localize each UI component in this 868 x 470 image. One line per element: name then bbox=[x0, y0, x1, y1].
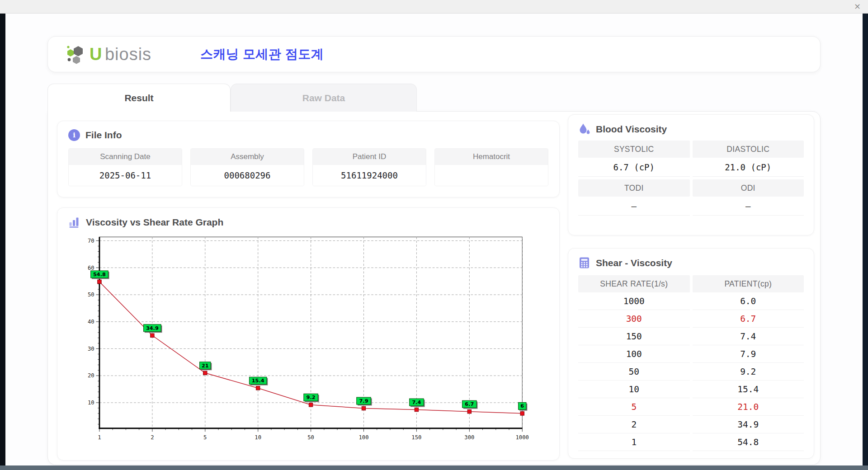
app-title: 스캐닝 모세관 점도계 bbox=[200, 46, 324, 63]
field-label: Patient ID bbox=[313, 149, 426, 165]
graph-title: Viscosity vs Shear Rate Graph bbox=[86, 217, 223, 228]
table-row: 1507.4 bbox=[578, 328, 804, 345]
logo-text-u: U bbox=[90, 45, 102, 64]
bv-header-cell: DIASTOLIC bbox=[693, 141, 804, 158]
bv-group: TODIODI–– bbox=[578, 179, 804, 216]
blood-viscosity-title: Blood Viscosity bbox=[596, 124, 667, 135]
blood-viscosity-card: Blood Viscosity SYSTOLICDIASTOLIC6.7 (cP… bbox=[568, 114, 814, 235]
patient-cell: 6.0 bbox=[693, 292, 804, 310]
bv-value-row: –– bbox=[578, 197, 804, 216]
blood-viscosity-header: Blood Viscosity bbox=[578, 123, 804, 135]
svg-text:6: 6 bbox=[520, 403, 524, 409]
field-label: Assembly bbox=[191, 149, 304, 165]
svg-text:50: 50 bbox=[88, 291, 94, 298]
svg-text:6.7: 6.7 bbox=[465, 401, 474, 407]
field-label: Hematocrit bbox=[435, 149, 548, 165]
svg-text:21: 21 bbox=[202, 363, 209, 369]
svg-text:150: 150 bbox=[411, 434, 421, 441]
close-icon[interactable]: × bbox=[854, 1, 861, 11]
shear-viscosity-table: SHEAR RATE(1/s)PATIENT(cp) 10006.03006.7… bbox=[578, 275, 804, 451]
bv-group: SYSTOLICDIASTOLIC6.7 (cP)21.0 (cP) bbox=[578, 141, 804, 177]
bv-value-cell: – bbox=[578, 197, 690, 216]
logo-text-rest: biosis bbox=[105, 45, 151, 64]
header-card: U biosis 스캐닝 모세관 점도계 bbox=[47, 36, 821, 72]
patient-cell: 34.9 bbox=[693, 416, 804, 433]
svg-text:100: 100 bbox=[359, 434, 368, 441]
svg-text:10: 10 bbox=[88, 400, 94, 406]
svg-text:60: 60 bbox=[88, 265, 94, 271]
svg-text:1: 1 bbox=[98, 434, 101, 441]
tab-result[interactable]: Result bbox=[47, 84, 231, 112]
right-column: Blood Viscosity SYSTOLICDIASTOLIC6.7 (cP… bbox=[568, 114, 814, 459]
ubiosis-logo: U biosis bbox=[65, 43, 151, 65]
shear-rate-cell: 1 bbox=[578, 433, 690, 451]
shear-viscosity-table-header: SHEAR RATE(1/s)PATIENT(cp) bbox=[578, 275, 804, 292]
bv-value-cell: – bbox=[693, 197, 804, 216]
bv-value-cell: 6.7 (cP) bbox=[578, 158, 690, 177]
svg-text:40: 40 bbox=[88, 319, 94, 325]
svg-text:1000: 1000 bbox=[516, 434, 529, 441]
patient-cell: 9.2 bbox=[693, 363, 804, 381]
tab-bar: Result Raw Data bbox=[47, 84, 417, 112]
file-info-field: Hematocrit bbox=[434, 148, 548, 186]
bv-header-row: SYSTOLICDIASTOLIC bbox=[578, 141, 804, 158]
left-column: i File Info Scanning Date2025-06-11Assem… bbox=[57, 121, 560, 461]
svg-text:15.4: 15.4 bbox=[252, 378, 264, 384]
svg-text:10: 10 bbox=[255, 434, 261, 441]
patient-cell: 21.0 bbox=[693, 398, 804, 416]
bar-chart-icon bbox=[68, 216, 80, 228]
bv-header-cell: SYSTOLIC bbox=[578, 141, 690, 158]
sv-header-cell: SHEAR RATE(1/s) bbox=[578, 275, 690, 292]
shear-rate-cell: 300 bbox=[578, 310, 690, 328]
shear-rate-cell: 5 bbox=[578, 398, 690, 416]
table-row: 3006.7 bbox=[578, 310, 804, 328]
window-titlebar: × bbox=[0, 0, 868, 14]
table-row: 509.2 bbox=[578, 363, 804, 381]
bv-value-row: 6.7 (cP)21.0 (cP) bbox=[578, 158, 804, 177]
file-info-field: Patient ID51611924000 bbox=[312, 148, 426, 186]
ubiosis-logo-icon bbox=[65, 43, 87, 65]
shear-rate-cell: 10 bbox=[578, 381, 690, 398]
blood-drop-icon bbox=[578, 123, 590, 135]
table-row: 1015.4 bbox=[578, 381, 804, 398]
shear-viscosity-card: Shear - Viscosity SHEAR RATE(1/s)PATIENT… bbox=[568, 248, 814, 459]
app-window: U biosis 스캐닝 모세관 점도계 Result Raw Data i F… bbox=[5, 14, 863, 465]
shear-rate-cell: 2 bbox=[578, 416, 690, 433]
field-label: Scanning Date bbox=[69, 149, 182, 165]
svg-text:20: 20 bbox=[88, 372, 94, 379]
field-value: 51611924000 bbox=[313, 165, 426, 186]
svg-text:300: 300 bbox=[464, 434, 474, 441]
file-info-title: File Info bbox=[85, 130, 122, 141]
table-row: 154.8 bbox=[578, 433, 804, 451]
shear-rate-cell: 50 bbox=[578, 363, 690, 381]
table-row: 10006.0 bbox=[578, 292, 804, 310]
info-icon: i bbox=[68, 129, 80, 141]
table-row: 1007.9 bbox=[578, 345, 804, 363]
blood-viscosity-table: SYSTOLICDIASTOLIC6.7 (cP)21.0 (cP)TODIOD… bbox=[578, 141, 804, 216]
screen: × U biosis 스캐닝 모세관 점도계 Result Raw Data bbox=[0, 0, 868, 470]
tab-panel: i File Info Scanning Date2025-06-11Assem… bbox=[47, 111, 821, 465]
file-info-card: i File Info Scanning Date2025-06-11Assem… bbox=[57, 121, 560, 197]
patient-cell: 7.9 bbox=[693, 345, 804, 363]
sv-header-cell: PATIENT(cp) bbox=[693, 275, 804, 292]
patient-cell: 15.4 bbox=[693, 381, 804, 398]
svg-text:9.2: 9.2 bbox=[307, 395, 316, 400]
desktop-right-edge bbox=[863, 14, 868, 465]
svg-text:30: 30 bbox=[88, 346, 94, 352]
svg-text:5: 5 bbox=[203, 434, 207, 441]
field-value: 2025-06-11 bbox=[69, 165, 182, 186]
file-info-field: Scanning Date2025-06-11 bbox=[68, 148, 182, 186]
graph-card: Viscosity vs Shear Rate Graph 1020304050… bbox=[57, 207, 560, 461]
shear-viscosity-header: Shear - Viscosity bbox=[578, 257, 804, 269]
svg-text:2: 2 bbox=[151, 434, 154, 441]
patient-cell: 7.4 bbox=[693, 328, 804, 345]
file-info-field: Assembly000680296 bbox=[190, 148, 304, 186]
patient-cell: 6.7 bbox=[693, 310, 804, 328]
svg-text:50: 50 bbox=[307, 434, 314, 441]
desktop-bottom-edge bbox=[0, 465, 868, 470]
file-info-header: i File Info bbox=[68, 129, 548, 141]
tab-raw-data[interactable]: Raw Data bbox=[231, 84, 417, 112]
svg-text:34.9: 34.9 bbox=[146, 325, 159, 331]
shear-viscosity-table-body: 10006.03006.71507.41007.9509.21015.4521.… bbox=[578, 292, 804, 451]
bv-value-cell: 21.0 (cP) bbox=[693, 158, 804, 177]
